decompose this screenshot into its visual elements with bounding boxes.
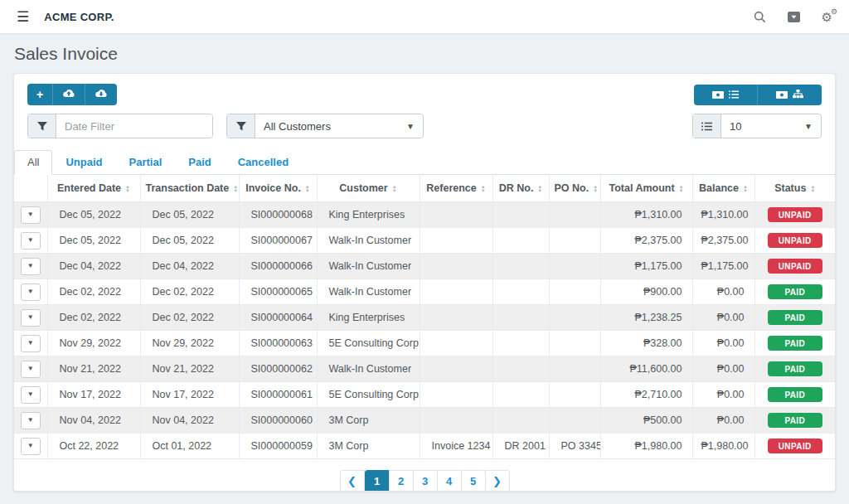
row-actions-button[interactable]: ▼ [21,258,41,275]
column-header-label: PO No. [555,182,589,194]
hamburger-menu-icon[interactable]: ☰ [17,10,29,24]
row-actions-button[interactable]: ▼ [21,361,41,378]
sales-invoice-card: + [13,73,836,492]
cell-total-amount: ₱1,175.00 [600,254,692,279]
settings-gears-icon[interactable]: ⚙⚙ [822,11,832,23]
cell-dr-no [492,331,549,356]
status-tab[interactable]: Unpaid [52,150,115,175]
brand-logo[interactable]: ACME CORP. [44,11,114,23]
status-tab[interactable]: Cancelled [225,150,302,175]
row-actions-button[interactable]: ▼ [21,309,41,327]
column-header-label: Total Amount [609,182,674,194]
column-header[interactable]: Status▲▼ [754,175,835,202]
table-row: ▼ Dec 04, 2022 Dec 04, 2022 SI000000066 … [14,254,835,279]
table-row: ▼ Dec 05, 2022 Dec 05, 2022 SI000000068 … [14,202,835,228]
cell-invoice-no: SI000000064 [239,305,317,331]
sort-icon[interactable]: ▲▼ [125,185,130,193]
invoice-group-view-button[interactable] [757,85,822,105]
cell-po-no [549,305,600,331]
column-header[interactable]: Transaction Date▲▼ [140,175,239,202]
column-header-label: Reference [426,182,476,194]
cell-balance: ₱0.00 [692,408,754,434]
cell-po-no [549,228,600,254]
cell-total-amount: ₱500.00 [600,408,692,434]
caret-down-icon: ▼ [27,288,34,295]
sort-icon[interactable]: ▲▼ [233,185,238,193]
cell-reference [420,228,492,254]
sort-icon[interactable]: ▲▼ [481,185,486,193]
create-import-export-group: + [27,84,117,105]
page-number-button[interactable]: 3 [413,470,438,492]
page-number-button[interactable]: 5 [461,470,486,492]
sort-icon[interactable]: ▲▼ [593,185,598,193]
cell-total-amount: ₱1,238.25 [600,305,692,331]
row-actions-button[interactable]: ▼ [21,412,41,429]
cell-reference: Invoice 1234 [420,434,492,459]
column-header[interactable]: Total Amount▲▼ [600,175,692,202]
status-badge: UNPAID [768,259,822,274]
customer-select[interactable]: All Customers ▼ [255,114,423,138]
row-actions-button[interactable]: ▼ [21,335,41,352]
cell-po-no [549,331,600,356]
cell-transaction-date: Dec 05, 2022 [140,228,239,254]
sort-icon[interactable]: ▲▼ [305,185,310,193]
search-icon[interactable] [754,11,766,23]
cell-balance: ₱0.00 [692,356,754,382]
cell-reference [420,202,492,228]
column-header-label: Invoice No. [245,182,301,194]
page-number-button[interactable]: 1 [365,470,390,492]
table-row: ▼ Dec 02, 2022 Dec 02, 2022 SI000000064 … [14,305,835,331]
row-actions-button[interactable]: ▼ [21,284,41,301]
column-header[interactable]: Customer▲▼ [317,175,420,202]
next-page-button[interactable]: ❯ [485,470,510,492]
sort-icon[interactable]: ▲▼ [392,185,397,193]
row-actions-button[interactable]: ▼ [21,386,41,404]
sort-icon[interactable]: ▲▼ [743,185,748,193]
inbox-icon[interactable] [788,12,800,22]
cell-reference [420,382,492,408]
column-header[interactable]: Invoice No.▲▼ [239,175,317,202]
cell-transaction-date: Dec 02, 2022 [140,305,239,331]
cloud-upload-icon [62,89,75,100]
row-actions-button[interactable]: ▼ [21,232,41,250]
page-size-select[interactable]: 10 ▼ [721,114,821,138]
page-number-button[interactable]: 4 [437,470,462,492]
table-row: ▼ Nov 21, 2022 Nov 21, 2022 SI000000062 … [14,356,835,382]
status-badge: UNPAID [768,233,822,248]
column-header[interactable]: Balance▲▼ [692,175,754,202]
sort-icon[interactable]: ▲▼ [810,185,815,193]
previous-page-button[interactable]: ❮ [340,470,365,492]
column-header[interactable]: Reference▲▼ [420,175,492,202]
cell-entered-date: Oct 22, 2022 [47,434,140,459]
row-actions-button[interactable]: ▼ [21,206,41,224]
status-tab[interactable]: All [14,150,52,175]
import-button[interactable] [52,84,85,105]
column-header[interactable]: DR No.▲▼ [492,175,549,202]
cell-invoice-no: SI000000066 [239,254,317,279]
date-filter-input[interactable] [56,114,212,138]
cell-balance: ₱2,375.00 [692,228,754,254]
column-header[interactable]: PO No.▲▼ [549,175,600,202]
page-size-group: 10 ▼ [692,114,822,138]
date-filter-group [27,114,213,138]
status-tab[interactable]: Partial [116,150,176,175]
row-actions-button[interactable]: ▼ [21,438,41,455]
customer-filter-group: All Customers ▼ [226,114,424,138]
page-number-button[interactable]: 2 [389,470,414,492]
sort-icon[interactable]: ▲▼ [679,185,684,193]
table-row: ▼ Nov 04, 2022 Nov 04, 2022 SI000000060 … [14,408,835,434]
cell-po-no [549,382,600,408]
add-invoice-button[interactable]: + [27,84,52,105]
sort-icon[interactable]: ▲▼ [537,185,542,193]
cell-customer: King Enterprises [317,305,420,331]
table-row: ▼ Oct 22, 2022 Oct 01, 2022 SI000000059 … [14,434,835,459]
topbar-actions: ⚙⚙ [754,11,832,23]
caret-down-icon: ▼ [27,263,34,269]
column-header[interactable]: Entered Date▲▼ [47,175,140,202]
export-button[interactable] [85,84,117,105]
page-title: Sales Invoice [0,33,849,73]
invoice-list-view-button[interactable] [694,85,757,105]
cell-entered-date: Dec 02, 2022 [47,305,140,331]
column-header-label: DR No. [499,182,534,194]
status-tab[interactable]: Paid [175,150,224,175]
